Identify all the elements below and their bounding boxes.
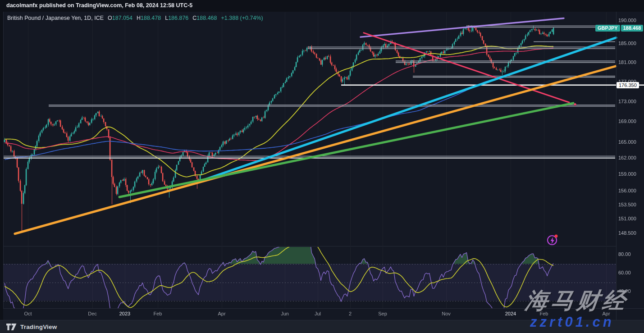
time-tick-label: Nov: [436, 311, 456, 317]
low-value: 186.876: [168, 15, 188, 21]
time-tick-label: Jun: [275, 311, 295, 317]
time-tick-label: Feb: [148, 311, 168, 317]
last-price-badge: GBPJPY 188.468: [595, 25, 643, 32]
price-tick-label: 153.500: [618, 202, 636, 208]
symbol-title: British Pound / Japanese Yen, 1D, ICE: [7, 15, 104, 21]
time-tick-label: Oct: [18, 311, 38, 317]
price-tick-label: 148.500: [618, 230, 636, 236]
close-value: 188.468: [196, 15, 217, 21]
time-tick-label: 2: [340, 311, 360, 317]
symbol-info-row[interactable]: British Pound / Japanese Yen, 1D, ICEO18…: [7, 15, 263, 21]
time-tick-label: Jul: [308, 311, 328, 317]
price-tick-label: 162.000: [618, 155, 636, 161]
watermark-url: zzrt01.cn: [530, 314, 614, 330]
price-tick-label: 156.000: [618, 188, 636, 194]
publish-header-text: dacolmanfx published on TradingView.com,…: [6, 2, 192, 9]
tradingview-chart-snapshot: dacolmanfx published on TradingView.com,…: [0, 0, 644, 333]
price-tick-label: 173.000: [618, 99, 636, 105]
high-value: 188.478: [141, 15, 161, 21]
price-tick-label: 190.000: [618, 18, 636, 23]
flash-reaction-icon[interactable]: [545, 233, 560, 247]
time-tick-label: 2024: [501, 311, 521, 317]
tradingview-logo-icon[interactable]: [6, 324, 17, 330]
time-tick-label: Dec: [82, 311, 102, 317]
tradingview-logo-text[interactable]: TradingView: [20, 324, 57, 330]
price-tick-label: 185.000: [618, 41, 636, 46]
rsi-tick-label: 80.00: [618, 251, 631, 257]
change-value: +1.388 (+0.74%): [221, 15, 263, 21]
price-tick-label: 181.000: [618, 59, 636, 65]
open-label: O: [108, 15, 112, 21]
price-tick-label: 165.000: [618, 139, 636, 145]
price-tick-label: 169.000: [618, 119, 636, 124]
price-tick-label: 151.000: [618, 216, 636, 222]
publish-header: dacolmanfx published on TradingView.com,…: [6, 2, 192, 9]
watermark-chinese: 海马财经: [524, 286, 630, 316]
time-tick-label: Apr: [212, 311, 232, 317]
close-label: C: [192, 15, 196, 21]
price-chart-canvas[interactable]: [0, 0, 644, 333]
last-price-value: 188.468: [621, 25, 644, 32]
level-price-label: 176.350: [617, 82, 639, 88]
open-value: 187.054: [112, 15, 132, 21]
time-tick-label: 2023: [115, 311, 135, 317]
price-tick-label: 159.000: [618, 171, 636, 177]
rsi-tick-label: 60.00: [618, 270, 631, 276]
high-label: H: [137, 15, 141, 21]
time-tick-label: Sep: [373, 311, 393, 317]
symbol-ticker-badge: GBPJPY: [595, 25, 620, 32]
